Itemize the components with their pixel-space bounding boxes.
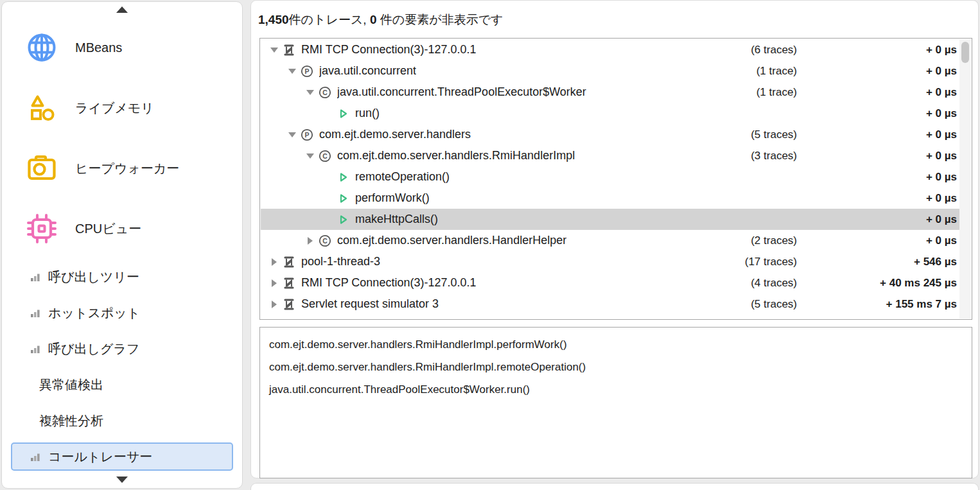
tree-row[interactable]: Ccom.ejt.demo.server.handlers.HandlerHel…	[261, 230, 959, 251]
trace-count: 1,450	[258, 13, 289, 26]
triangle-glyph	[272, 279, 277, 287]
trace-time: + 0 µs	[797, 65, 957, 78]
expander-placeholder	[320, 192, 337, 205]
trace-count: (2 traces)	[751, 234, 797, 247]
tree-row[interactable]: pool-1-thread-3(17 traces)+ 546 µs	[261, 251, 959, 272]
tree-row[interactable]: performWork()+ 0 µs	[261, 188, 959, 209]
hidden-label: 件の要素が非表示です	[376, 13, 503, 26]
sidebar-item-complexity[interactable]: 複雑性分析	[2, 403, 242, 439]
trace-time: + 546 µs	[797, 256, 957, 268]
stack-details-panel: com.ejt.demo.server.handlers.RmiHandlerI…	[259, 327, 972, 478]
sidebar-item-call-tracer[interactable]: コールトレーサー	[11, 442, 233, 471]
triangle-glyph	[270, 48, 278, 53]
shapes-icon	[26, 92, 57, 123]
svg-text:P: P	[304, 130, 309, 138]
main-panel: 1,450件のトレース, 0 件の要素が非表示です RMI TCP Connec…	[250, 0, 979, 478]
scroll-down-icon[interactable]	[116, 477, 128, 483]
thread-icon	[283, 44, 295, 57]
tree-row[interactable]: RMI TCP Connection(3)-127.0.0.1(4 traces…	[261, 272, 959, 293]
sidebar-item-label: ホットスポット	[48, 304, 140, 322]
sidebar-item-hot-spots[interactable]: ホットスポット	[2, 295, 242, 331]
sidebar-item-mbeans[interactable]: MBeans	[2, 17, 242, 78]
expander-placeholder	[320, 171, 337, 184]
expander-open-icon[interactable]	[266, 44, 283, 57]
tree-row[interactable]: remoteOperation()+ 0 µs	[261, 166, 959, 188]
bottom-panel-edge	[250, 483, 979, 490]
tree-row[interactable]	[261, 315, 959, 319]
tree-row-label: com.ejt.demo.server.handlers.RmiHandlerI…	[337, 149, 575, 162]
expander-closed-icon[interactable]	[266, 298, 283, 311]
sidebar-item-call-tree[interactable]: 呼び出しツリー	[2, 259, 242, 295]
expander-open-icon[interactable]	[302, 150, 319, 162]
bar-chart-icon	[30, 451, 40, 462]
triangle-glyph	[306, 153, 314, 159]
thread-icon	[283, 298, 295, 311]
expander-open-icon[interactable]	[302, 86, 319, 99]
trace-summary: 1,450件のトレース, 0 件の要素が非表示です	[258, 12, 503, 28]
tree-row[interactable]: RMI TCP Connection(3)-127.0.0.1(6 traces…	[261, 39, 959, 60]
tree-row[interactable]: Ccom.ejt.demo.server.handlers.RmiHandler…	[261, 145, 959, 166]
hidden-count: 0	[370, 13, 377, 26]
thread-icon	[283, 256, 295, 268]
tree-row-label: performWork()	[355, 191, 430, 205]
tree-row-label: java.util.concurrent.ThreadPoolExecutor$…	[337, 85, 586, 99]
trace-time: + 0 µs	[797, 234, 957, 247]
expander-placeholder	[320, 107, 337, 120]
tree-row[interactable]: run()+ 0 µs	[261, 103, 959, 124]
bar-chart-icon	[30, 272, 40, 282]
tree-row[interactable]: Pcom.ejt.demo.server.handlers(5 traces)+…	[261, 124, 959, 145]
sidebar-item-heap-walker[interactable]: ヒープウォーカー	[2, 138, 242, 198]
sidebar-item-label: ライブメモリ	[75, 100, 154, 117]
sidebar: MBeansライブメモリヒープウォーカーCPUビュー呼び出しツリーホットスポット…	[1, 1, 243, 489]
triangle-glyph	[306, 90, 314, 95]
sidebar-item-live-memory[interactable]: ライブメモリ	[2, 78, 242, 138]
tree-row-label: RMI TCP Connection(3)-127.0.0.1	[301, 43, 476, 57]
sidebar-item-call-graph[interactable]: 呼び出しグラフ	[2, 331, 242, 367]
tree-row-label: com.ejt.demo.server.handlers.HandlerHelp…	[337, 234, 566, 247]
scroll-up-icon[interactable]	[116, 6, 128, 13]
cpu-chip-icon	[26, 213, 57, 244]
expander-closed-icon[interactable]	[266, 277, 283, 290]
sidebar-item-label: 異常値検出	[39, 376, 103, 394]
method-icon	[337, 192, 349, 205]
tree-row-label: Servlet request simulator 3	[301, 297, 439, 311]
thread-icon	[283, 277, 295, 290]
tree-row-label: run()	[355, 107, 380, 120]
vertical-scrollbar[interactable]	[959, 39, 971, 319]
trace-time: + 0 µs	[797, 86, 957, 99]
class-icon: C	[319, 234, 331, 247]
tree-row[interactable]: Pjava.util.concurrent(1 trace)+ 0 µs	[261, 60, 959, 82]
class-icon: C	[319, 86, 331, 99]
tree-row-label: remoteOperation()	[355, 170, 450, 184]
trace-count: (4 traces)	[751, 277, 797, 290]
trace-time: + 0 µs	[797, 107, 957, 120]
expander-placeholder	[320, 213, 337, 226]
tree-row[interactable]: Cjava.util.concurrent.ThreadPoolExecutor…	[261, 82, 959, 103]
trace-time: + 0 µs	[797, 150, 957, 162]
triangle-glyph	[288, 69, 296, 74]
tree-row[interactable]: Servlet request simulator 3(5 traces)+ 1…	[261, 293, 959, 315]
expander-open-icon[interactable]	[284, 65, 301, 78]
svg-text:C: C	[322, 152, 328, 159]
trace-count: (5 traces)	[751, 298, 797, 311]
stack-line: com.ejt.demo.server.handlers.RmiHandlerI…	[269, 333, 963, 356]
method-icon	[337, 107, 349, 120]
tree-rows: RMI TCP Connection(3)-127.0.0.1(6 traces…	[261, 39, 959, 319]
expander-closed-icon[interactable]	[266, 256, 283, 268]
sidebar-item-cpu-views[interactable]: CPUビュー	[2, 198, 242, 259]
expander-closed-icon[interactable]	[302, 234, 319, 247]
trace-count: (5 traces)	[751, 128, 797, 141]
triangle-glyph	[288, 132, 296, 137]
tree-row-label: pool-1-thread-3	[301, 255, 380, 268]
scrollbar-thumb[interactable]	[961, 42, 969, 63]
svg-text:P: P	[304, 67, 309, 74]
camera-icon	[26, 153, 57, 184]
tree-row[interactable]: makeHttpCalls()+ 0 µs	[261, 209, 959, 230]
trace-time: + 0 µs	[797, 192, 957, 205]
expander-open-icon[interactable]	[284, 128, 301, 141]
sidebar-item-label: 呼び出しツリー	[48, 268, 139, 286]
package-icon: P	[301, 128, 313, 141]
trace-time: + 0 µs	[797, 128, 957, 141]
sidebar-item-outlier-detection[interactable]: 異常値検出	[2, 367, 242, 403]
tree-row-label: makeHttpCalls()	[355, 213, 438, 226]
